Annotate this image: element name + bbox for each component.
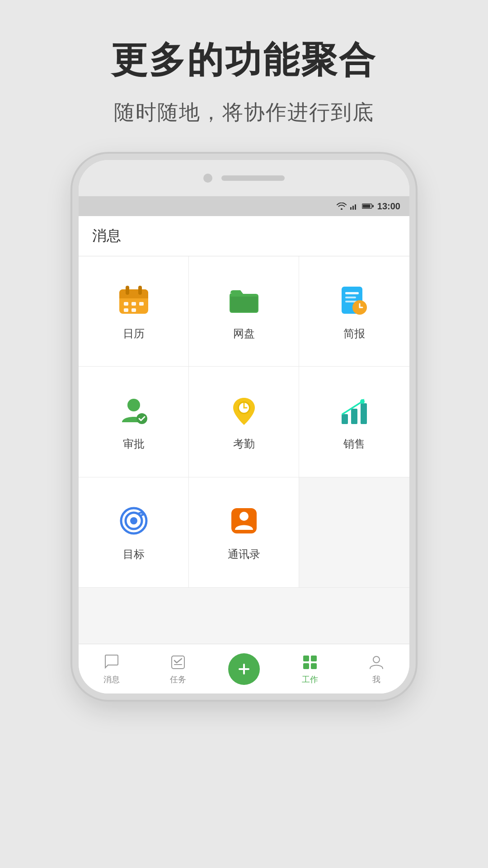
grid-item-disk[interactable]: 网盘 [189,256,299,367]
app-screen: 13:00 消息 [79,196,409,693]
grid-item-sales[interactable]: 销售 [299,367,409,477]
svg-rect-26 [342,414,348,424]
grid-item-calendar[interactable]: 日历 [79,256,189,367]
app-header: 消息 [79,216,409,256]
svg-rect-39 [303,656,309,661]
svg-rect-9 [119,294,148,298]
work-nav-label: 工作 [302,674,318,685]
svg-rect-19 [345,297,356,298]
approve-icon [116,392,152,429]
contacts-icon [226,503,262,539]
signal-icon [350,203,358,210]
grid-item-goal[interactable]: 目标 [79,477,189,588]
phone-body: 13:00 消息 [72,154,416,700]
folder-icon [226,282,262,318]
attendance-label: 考勤 [233,437,255,451]
svg-rect-10 [126,286,129,295]
svg-rect-41 [303,663,309,669]
grid-item-contacts[interactable]: 通讯录 [189,477,299,588]
phone-top-bar [79,160,409,196]
me-nav-icon [367,653,385,671]
nav-item-me[interactable]: 我 [343,644,409,693]
svg-rect-18 [345,292,359,294]
battery-icon [362,203,374,209]
phone-camera [203,174,212,183]
svg-rect-6 [372,205,374,208]
contacts-label: 通讯录 [228,547,260,561]
bottom-nav: 消息 任务 [79,644,409,693]
svg-rect-13 [131,302,136,306]
add-button[interactable] [228,653,260,685]
grid-item-empty [299,477,409,588]
tasks-nav-label: 任务 [170,674,186,685]
svg-rect-14 [139,302,144,306]
svg-point-43 [373,656,380,663]
svg-rect-40 [311,656,317,661]
status-time: 13:00 [377,201,400,212]
wifi-icon [337,203,347,210]
target-icon [116,503,152,539]
main-title: 更多的功能聚合 [111,36,377,85]
calendar-icon [116,282,152,318]
sub-title: 随时随地，将协作进行到底 [111,99,377,127]
work-nav-icon [301,653,319,671]
phone-container: 13:00 消息 [72,154,416,700]
goal-label: 目标 [123,547,145,561]
nav-item-add[interactable] [211,644,277,693]
svg-rect-15 [124,308,128,312]
phone-speaker [221,175,285,181]
sales-label: 销售 [343,437,365,451]
nav-item-tasks[interactable]: 任务 [145,644,211,693]
svg-rect-16 [131,308,136,312]
grid-item-approve[interactable]: 审批 [79,367,189,477]
svg-rect-28 [361,403,367,424]
approve-label: 审批 [123,437,145,451]
svg-rect-42 [311,663,317,669]
svg-rect-0 [350,207,352,210]
page-header: 更多的功能聚合 随时随地，将协作进行到底 [111,0,377,127]
disk-label: 网盘 [233,326,255,341]
grid-item-report[interactable]: 简报 [299,256,409,367]
svg-point-34 [239,512,249,521]
svg-rect-3 [357,203,358,210]
svg-point-32 [130,517,137,524]
svg-point-22 [127,399,140,411]
calendar-label: 日历 [123,326,145,341]
svg-rect-12 [124,302,128,306]
report-icon [336,282,372,318]
nav-item-work[interactable]: 工作 [277,644,343,693]
tasks-nav-icon [169,653,187,671]
status-bar: 13:00 [79,196,409,216]
report-label: 简报 [343,326,365,341]
clock-icon [226,392,262,429]
feature-grid: 日历 网盘 [79,256,409,588]
grid-item-attendance[interactable]: 考勤 [189,367,299,477]
me-nav-label: 我 [372,674,380,685]
app-header-title: 消息 [92,227,121,244]
svg-rect-11 [138,286,142,295]
svg-rect-5 [362,205,370,208]
sales-icon [336,392,372,429]
svg-rect-1 [352,206,354,210]
messages-nav-label: 消息 [103,674,120,685]
svg-rect-27 [351,409,357,424]
nav-item-messages[interactable]: 消息 [79,644,145,693]
svg-rect-2 [355,204,356,210]
messages-nav-icon [103,653,121,671]
